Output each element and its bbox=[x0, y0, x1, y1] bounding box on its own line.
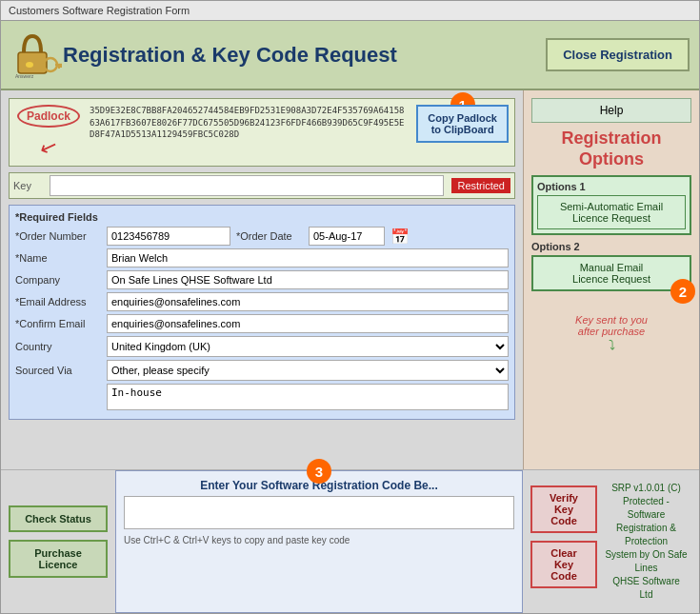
order-row: *Order Number *Order Date 📅 bbox=[15, 227, 509, 246]
sourced-row: Sourced Via Other, please specify bbox=[15, 360, 509, 381]
arrow-icon: ↙ bbox=[36, 133, 61, 163]
badge-2: 2 bbox=[670, 279, 695, 304]
logo: Answerz bbox=[10, 29, 63, 81]
padlock-left: Padlock ↙ bbox=[15, 105, 82, 160]
right-panel: Help Registration Options Options 1 Semi… bbox=[523, 90, 699, 469]
key-input[interactable] bbox=[50, 175, 444, 196]
copy-padlock-button[interactable]: Copy Padlock to ClipBoard bbox=[416, 105, 509, 143]
srp-text: SRP v1.0.01 (C)Protected - SoftwareRegis… bbox=[601, 478, 691, 605]
order-number-input[interactable] bbox=[107, 227, 230, 246]
order-date-label: *Order Date bbox=[236, 230, 303, 242]
bottom-left: Check Status PurchaseLicence bbox=[1, 470, 115, 613]
key-sent-text: Key sent to youafter purchase bbox=[531, 314, 691, 337]
calendar-icon[interactable]: 📅 bbox=[390, 228, 410, 246]
padlock-label: Padlock bbox=[17, 105, 80, 128]
order-date-input[interactable] bbox=[309, 227, 385, 246]
order-number-label: *Order Number bbox=[15, 230, 101, 242]
reg-code-textarea[interactable] bbox=[124, 496, 514, 529]
badge-3: 3 bbox=[307, 459, 331, 484]
confirm-email-label: *Confirm Email bbox=[15, 318, 101, 329]
country-row: Country United Kingdom (UK) bbox=[15, 336, 509, 357]
restricted-label: Restricted bbox=[451, 178, 510, 193]
window-title: Customers Software Registration Form bbox=[9, 5, 190, 16]
name-input[interactable] bbox=[107, 248, 509, 267]
reg-hint: Use Ctrl+C & Ctrl+V keys to copy and pas… bbox=[124, 535, 514, 545]
options1-button[interactable]: Semi-Automatic EmailLicence Request bbox=[537, 195, 686, 229]
purchase-licence-button[interactable]: PurchaseLicence bbox=[9, 540, 108, 578]
required-fields-label: *Required Fields bbox=[15, 211, 509, 223]
body-area: Padlock ↙ 35D9E32E8C7BB8FA204652744584EB… bbox=[1, 90, 699, 469]
bottom-right: Verify Key Code Clear Key Code SRP v1.0.… bbox=[523, 470, 699, 613]
dashed-arrow-icon: ⤵ bbox=[531, 337, 691, 352]
options1-box: Options 1 Semi-Automatic EmailLicence Re… bbox=[531, 175, 691, 235]
svg-rect-0 bbox=[18, 52, 47, 73]
left-panel: Padlock ↙ 35D9E32E8C7BB8FA204652744584EB… bbox=[1, 90, 523, 469]
key-label: Key bbox=[13, 180, 42, 191]
bottom-section: Check Status PurchaseLicence 3 Enter You… bbox=[1, 469, 699, 613]
confirm-email-input[interactable] bbox=[107, 314, 509, 333]
confirm-email-row: *Confirm Email bbox=[15, 314, 509, 333]
name-row: *Name bbox=[15, 248, 509, 267]
inhouse-textarea[interactable]: In-house bbox=[107, 384, 509, 410]
country-select[interactable]: United Kingdom (UK) bbox=[107, 336, 509, 357]
key-sent-area: Key sent to youafter purchase ⤵ bbox=[531, 314, 691, 352]
inhouse-row: In-house bbox=[15, 384, 509, 410]
verify-key-code-button[interactable]: Verify Key Code bbox=[530, 485, 597, 533]
name-label: *Name bbox=[15, 252, 101, 264]
padlock-section: Padlock ↙ 35D9E32E8C7BB8FA204652744584EB… bbox=[9, 98, 515, 167]
email-label: *Email Address bbox=[15, 296, 101, 307]
options2-label: Options 2 bbox=[531, 241, 691, 252]
close-registration-button[interactable]: Close Registration bbox=[546, 38, 690, 71]
country-label: Country bbox=[15, 341, 101, 352]
company-label: Company bbox=[15, 274, 101, 286]
sourced-select[interactable]: Other, please specify bbox=[107, 360, 509, 381]
key-row: Key Restricted bbox=[9, 172, 515, 199]
help-button[interactable]: Help bbox=[531, 98, 691, 123]
registration-options-title: Registration Options bbox=[531, 129, 691, 169]
verify-clear-pair: Verify Key Code Clear Key Code bbox=[530, 478, 597, 588]
email-input[interactable] bbox=[107, 292, 509, 311]
company-input[interactable] bbox=[107, 270, 509, 289]
svg-point-5 bbox=[26, 62, 33, 68]
svg-text:Answerz: Answerz bbox=[15, 73, 34, 79]
options2-area: Options 2 Manual EmailLicence Request 2 bbox=[531, 241, 691, 291]
sourced-label: Sourced Via bbox=[15, 365, 101, 376]
header-title: Registration & Key Code Request bbox=[63, 43, 546, 68]
title-bar: Customers Software Registration Form bbox=[1, 1, 699, 21]
main-window: Customers Software Registration Form Ans… bbox=[0, 0, 700, 614]
clear-key-code-button[interactable]: Clear Key Code bbox=[530, 541, 597, 588]
header: Answerz Registration & Key Code Request … bbox=[1, 21, 699, 90]
options1-label: Options 1 bbox=[537, 181, 686, 192]
padlock-codes: 35D9E32E8C7BB8FA204652744584EB9FD2531E90… bbox=[90, 105, 409, 141]
check-status-button[interactable]: Check Status bbox=[9, 505, 108, 532]
email-row: *Email Address bbox=[15, 292, 509, 311]
company-row: Company bbox=[15, 270, 509, 289]
options2-button[interactable]: Manual EmailLicence Request bbox=[531, 255, 691, 291]
form-section: *Required Fields *Order Number *Order Da… bbox=[9, 205, 515, 420]
bottom-center: 3 Enter Your Software Registration Code … bbox=[115, 470, 523, 613]
